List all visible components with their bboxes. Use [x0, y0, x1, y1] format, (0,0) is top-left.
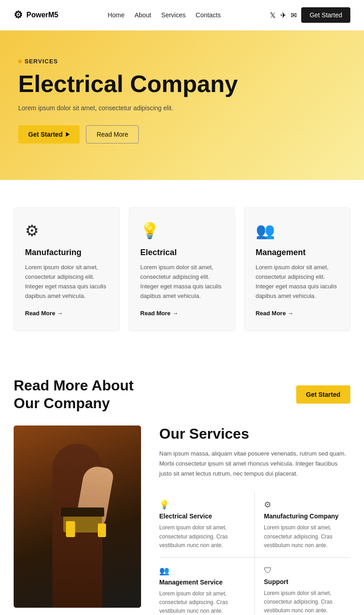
si-manufacturing-title: Manufacturing Company [264, 512, 350, 520]
services-detail-section: Our Services Nam ipsum massa, aliquam vi… [0, 425, 364, 615]
management-link[interactable]: Read More → [256, 310, 293, 317]
services-content: Our Services Nam ipsum massa, aliquam vi… [159, 425, 350, 615]
hero-label-text: SERVICES [25, 58, 58, 65]
si-management-icon: 👥 [159, 566, 245, 576]
nav-services[interactable]: Services [161, 11, 186, 19]
si-manufacturing-desc: Lorem ipsum dolor sit amet, consectetur … [264, 523, 350, 550]
hero-description: Lorem ipsum dolor sit amet, consectetur … [18, 104, 346, 112]
hero-dot [18, 60, 22, 63]
services-items-grid: 💡 Electrical Service Lorem ipsum dolor s… [159, 492, 350, 615]
service-cards-section: ⚙ Manufacturing Lorem ipsum dolor sit am… [0, 180, 364, 354]
management-title: Management [256, 248, 339, 257]
electrical-title: Electrical [140, 248, 223, 257]
logo: ⚙ PowerM5 [14, 9, 58, 21]
social-links: 𝕏 ✈ ✉ Get Started [270, 7, 350, 23]
our-services-heading: Our Services [159, 425, 350, 442]
hero-section: SERVICES Electrical Company Lorem ipsum … [0, 31, 364, 180]
si-electrical-title: Electrical Service [159, 512, 245, 520]
hero-buttons: Get Started Read More [18, 125, 346, 144]
si-support-title: Support [264, 578, 350, 585]
email-icon[interactable]: ✉ [291, 11, 297, 20]
si-manufacturing-icon: ⚙ [264, 500, 350, 510]
hero-read-more-button[interactable]: Read More [86, 125, 138, 144]
service-item-support: 🛡 Support Lorem ipsum dolor sit amet, co… [255, 558, 350, 615]
play-icon [66, 132, 70, 137]
manufacturing-icon: ⚙ [25, 221, 108, 240]
service-item-electrical: 💡 Electrical Service Lorem ipsum dolor s… [159, 492, 255, 558]
si-support-icon: 🛡 [264, 566, 350, 575]
nav-links: Home About Services Contacts [107, 11, 221, 19]
hero-services-label: SERVICES [18, 58, 346, 65]
service-card-management: 👥 Management Lorem ipsum dolor sit amet,… [244, 207, 350, 331]
service-item-manufacturing: ⚙ Manufacturing Company Lorem ipsum dolo… [255, 492, 350, 558]
about-cta-button[interactable]: Get Started [296, 385, 350, 404]
si-electrical-icon: 💡 [159, 500, 245, 510]
telegram-icon[interactable]: ✈ [280, 11, 286, 20]
manufacturing-link[interactable]: Read More → [25, 310, 63, 317]
services-grid: ⚙ Manufacturing Lorem ipsum dolor sit am… [14, 207, 350, 331]
service-item-management: 👥 Management Service Lorem ipsum dolor s… [159, 558, 255, 615]
hero-get-started-button[interactable]: Get Started [18, 125, 80, 144]
our-services-description: Nam ipsum massa, aliquam vitae posuere v… [159, 449, 350, 479]
management-icon: 👥 [256, 221, 339, 240]
hero-btn-primary-label: Get Started [28, 131, 62, 138]
hero-title: Electrical Company [18, 71, 346, 97]
electrical-link[interactable]: Read More → [140, 310, 178, 317]
electrical-description: Lorem ipsum dolor sit amet, consectetur … [140, 263, 223, 301]
nav-home[interactable]: Home [107, 11, 124, 19]
service-card-manufacturing: ⚙ Manufacturing Lorem ipsum dolor sit am… [14, 207, 120, 331]
si-management-desc: Lorem ipsum dolor sit amet, consectetur … [159, 589, 245, 615]
manufacturing-title: Manufacturing [25, 248, 108, 257]
si-support-desc: Lorem ipsum dolor sit amet, consectetur … [264, 589, 350, 615]
twitter-icon[interactable]: 𝕏 [270, 11, 276, 20]
logo-text: PowerM5 [26, 11, 58, 19]
about-heading: Read More AboutOur Company [14, 377, 134, 412]
nav-about[interactable]: About [135, 11, 152, 19]
nav-contacts[interactable]: Contacts [196, 11, 221, 19]
worker-image [14, 425, 141, 608]
electrical-icon: 💡 [140, 221, 223, 240]
si-management-title: Management Service [159, 579, 245, 586]
about-header: Read More AboutOur Company Get Started [0, 354, 364, 425]
service-card-electrical: 💡 Electrical Lorem ipsum dolor sit amet,… [129, 207, 235, 331]
logo-icon: ⚙ [14, 9, 23, 21]
nav-cta-button[interactable]: Get Started [301, 7, 350, 23]
navbar: ⚙ PowerM5 Home About Services Contacts 𝕏… [0, 0, 364, 31]
management-description: Lorem ipsum dolor sit amet, consectetur … [256, 263, 339, 301]
si-electrical-desc: Lorem ipsum dolor sit amet, consectetur … [159, 523, 245, 550]
manufacturing-description: Lorem ipsum dolor sit amet, consectetur … [25, 263, 108, 301]
